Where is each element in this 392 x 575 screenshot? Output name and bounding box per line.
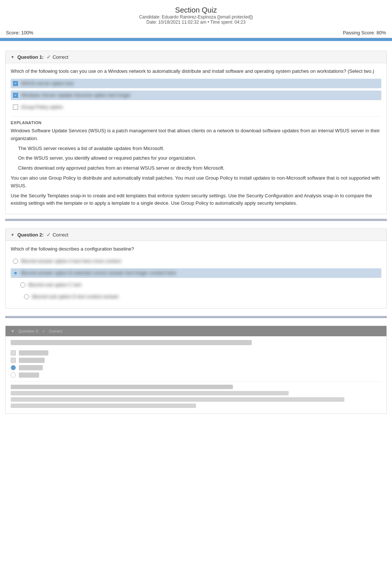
answer-option-q2-3[interactable]: Blurred sub option C text [18,280,381,290]
q3-option-3 [11,365,381,370]
passing-score-label: Passing Score: 80% [343,30,386,35]
question-3-block: ▼ Question 3: ✓ Correct [5,326,387,414]
radio-q2-3[interactable] [20,282,25,288]
exp-p3: On the WSUS server, you identify allowed… [18,154,381,162]
explanation-text-q1: Windows Software Update Services (WSUS) … [11,127,381,207]
q3-option-4 [11,372,381,378]
checkbox-q1-1[interactable]: ✓ [13,81,18,86]
collapse-icon-q1[interactable]: ▼ [11,55,14,59]
answer-option-q2-2[interactable]: Blurred answer option B selected correct… [11,268,381,278]
checkbox-q1-3[interactable] [13,105,18,110]
question-1-status-text: Correct [52,54,68,60]
exp-p6: Use the Security Templates snap-in to cr… [11,192,381,208]
question-1-text: Which of the following tools can you use… [11,68,381,75]
page-title: Section Quiz [0,6,392,14]
q3-question-text [11,340,252,345]
answer-text-q1-3: Group Policy option [21,104,63,110]
question-3-header: ▼ Question 3: ✓ Correct [6,326,386,336]
q3-option-1 [11,350,381,355]
question-2-body: Which of the following describes a confi… [6,241,386,308]
answer-text-q1-1: WSUS server option text [21,80,73,87]
question-1-number: Question 1: [17,54,44,60]
page-header: Section Quiz Candidate: Eduardo Ramirez-… [0,0,392,28]
answer-text-q2-3: Blurred sub option C text [28,282,81,288]
exp-p2: The WSUS server receives a list of avail… [18,145,381,153]
answer-option-q2-1[interactable]: Blurred answer option A text here more c… [11,256,381,266]
explanation-q1: EXPLANATION Windows Software Update Serv… [11,116,381,207]
question-1-header: ▼ Question 1: ✓ Correct [6,51,386,63]
candidate-info: Candidate: Eduardo Ramirez-Espinoza ([em… [0,14,392,20]
collapse-icon-q2[interactable]: ▼ [11,233,14,237]
progress-bar-container [0,38,392,41]
radio-q2-2[interactable] [13,271,18,276]
progress-bar-fill [0,38,392,41]
checkmark-icon-q1: ✓ [47,54,51,60]
score-label: Score: 100% [6,30,33,35]
explanation-label-q1: EXPLANATION [11,120,381,125]
answer-text-q2-4: Blurred sub option D text content answer [32,293,119,300]
answer-option-q1-1[interactable]: ✓ WSUS server option text [11,79,381,88]
question-3-header-text: ▼ Question 3: ✓ Correct [11,329,62,334]
answer-option-q2-4[interactable]: Blurred sub option D text content answer [22,292,381,302]
radio-q2-1[interactable] [13,259,18,264]
question-3-body [6,336,386,414]
q3-option-2 [11,358,381,363]
question-2-block: ▼ Question 2: ✓ Correct Which of the fol… [5,228,387,309]
answer-option-q1-2[interactable]: ✓ Windows Server Update Services option … [11,91,381,100]
answer-text-q2-1: Blurred answer option A text here more c… [21,258,121,265]
question-2-header: ▼ Question 2: ✓ Correct [6,229,386,241]
q3-explanation [11,381,381,408]
exp-p1: Windows Software Update Services (WSUS) … [11,127,381,143]
answer-text-q2-2: Blurred answer option B selected correct… [21,270,176,276]
radio-q2-4[interactable] [24,294,29,299]
question-1-body: Which of the following tools can you use… [6,63,386,214]
date-info: Date: 10/18/2021 11:02:32 am • Time spen… [0,20,392,25]
question-1-block: ▼ Question 1: ✓ Correct Which of the fol… [5,51,387,214]
score-bar: Score: 100% Passing Score: 80% [0,28,392,38]
question-2-number: Question 2: [17,232,44,238]
question-2-text: Which of the following describes a confi… [11,245,381,253]
exp-p4: Clients download only approved patches f… [18,164,381,172]
answer-text-q1-2: Windows Server Update Services option te… [21,92,131,99]
checkbox-q1-2[interactable]: ✓ [13,93,18,98]
question-2-status-text: Correct [52,232,68,238]
answer-option-q1-3[interactable]: Group Policy option [11,102,381,112]
exp-p5: You can also use Group Policy to distrib… [11,174,381,190]
checkmark-icon-q2: ✓ [47,232,51,238]
question-1-status: ✓ Correct [47,54,68,60]
question-2-status: ✓ Correct [47,232,68,238]
